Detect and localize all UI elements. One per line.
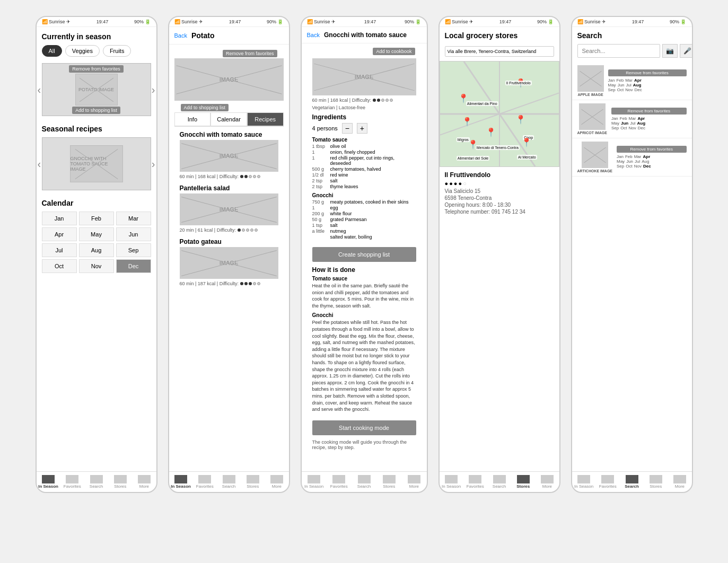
nav-more-3[interactable]: More bbox=[401, 474, 426, 490]
pin-alimentari-sole[interactable]: 📍 bbox=[468, 139, 478, 149]
nav-favorites-5[interactable]: Favorites bbox=[596, 474, 620, 490]
tab-recipes[interactable]: Recipes bbox=[247, 112, 284, 126]
gnocchi-ing-title: Gnocchi bbox=[312, 192, 416, 198]
add-shopping-btn-1[interactable]: Add to shopping list bbox=[72, 107, 120, 114]
time-5: 19:47 bbox=[632, 19, 644, 24]
increase-persons-btn[interactable]: + bbox=[357, 123, 367, 134]
artichoke-remove-btn[interactable]: Remove from favorites bbox=[617, 146, 687, 153]
search-icon-2 bbox=[223, 475, 235, 483]
start-cooking-btn[interactable]: Start cooking mode bbox=[312, 420, 416, 435]
pin-migros[interactable]: 📍 bbox=[462, 117, 472, 127]
nav-search-5[interactable]: Search bbox=[620, 474, 644, 490]
season-title: Currently in season bbox=[42, 32, 151, 41]
location-input[interactable] bbox=[445, 46, 554, 57]
back-header-3: Back Gnocchi with tomato sauce bbox=[302, 27, 427, 43]
nav-stores-2[interactable]: Stores bbox=[241, 474, 265, 490]
month-mar[interactable]: Mar bbox=[116, 212, 151, 225]
carousel-inner: Remove from favorites POTATO IMAGE Add t… bbox=[42, 63, 151, 116]
filter-fruits[interactable]: Fruits bbox=[103, 45, 131, 57]
month-may[interactable]: May bbox=[79, 227, 114, 241]
nav-in-season-4[interactable]: In Season bbox=[440, 474, 463, 490]
apricot-remove-btn[interactable]: Remove from favorites bbox=[611, 108, 687, 115]
artichoke-info: Remove from favorites Jan Feb Mar Apr Ma… bbox=[617, 146, 687, 169]
month-nov[interactable]: Nov bbox=[79, 259, 114, 273]
screen1-content: Currently in season All Veggies Fruits ‹… bbox=[37, 27, 156, 471]
back-button-3[interactable]: Back bbox=[307, 32, 320, 38]
recipe-item-1: Gnocchi with tomato sauce IMAGE 60 min |… bbox=[180, 131, 278, 179]
dot5 bbox=[257, 282, 260, 285]
potato-image-label: POTATO IMAGE bbox=[78, 87, 114, 92]
carousel-left-arrow[interactable]: ‹ bbox=[38, 84, 41, 96]
nav-favorites-4[interactable]: Favorites bbox=[463, 474, 487, 490]
remove-favorites-btn-2[interactable]: Remove from favorites bbox=[223, 50, 277, 57]
dot4 bbox=[253, 175, 256, 178]
recipe3-meta: 60 min | 187 kcal | Difficulty: bbox=[180, 281, 278, 286]
month-jun[interactable]: Jun bbox=[116, 227, 151, 241]
nav-stores-1[interactable]: Stores bbox=[108, 474, 132, 490]
nav-search-4[interactable]: Search bbox=[487, 474, 511, 490]
remove-favorites-btn-1[interactable]: Remove from favorites bbox=[69, 65, 124, 73]
add-shopping-btn-2[interactable]: Add to shopping list bbox=[181, 104, 229, 111]
bottom-nav-1: In Season Favorites Search Stores More bbox=[37, 471, 156, 492]
month-aug[interactable]: Aug bbox=[79, 243, 114, 257]
nav-in-season-2[interactable]: In Season bbox=[169, 474, 193, 490]
filter-veggies[interactable]: Veggies bbox=[65, 45, 100, 57]
nav-stores-4[interactable]: Stores bbox=[511, 474, 535, 490]
recipes-carousel-left[interactable]: ‹ bbox=[38, 158, 41, 170]
nav-search-1[interactable]: Search bbox=[84, 474, 108, 490]
month-apr[interactable]: Apr bbox=[42, 227, 77, 241]
d5 bbox=[390, 99, 393, 102]
nav-search-2[interactable]: Search bbox=[217, 474, 241, 490]
back-header-2: Back Potato bbox=[169, 27, 289, 45]
month-jan[interactable]: Jan bbox=[42, 212, 77, 225]
signal-2: 📶 Sunrise ✈ bbox=[174, 19, 204, 24]
recipe-item-2: Pantelleria salad IMAGE 20 min | 61 kcal… bbox=[180, 184, 278, 233]
nav-in-season-5[interactable]: In Season bbox=[572, 474, 596, 490]
back-button-2[interactable]: Back bbox=[174, 32, 187, 39]
carousel-right-arrow[interactable]: › bbox=[152, 84, 155, 96]
nav-more-2[interactable]: More bbox=[265, 474, 288, 490]
screen4-frame: 📶 Sunrise ✈ 19:47 90% 🔋 Local grocery st… bbox=[438, 16, 560, 493]
add-cookbook-btn[interactable]: Add to cookbook bbox=[373, 48, 415, 55]
bottom-nav-3: In Season Favorites Search Stores More bbox=[302, 471, 427, 492]
recipe3-dots bbox=[240, 282, 260, 285]
nav-in-season-1[interactable]: In Season bbox=[37, 474, 60, 490]
create-list-btn[interactable]: Create shopping list bbox=[312, 247, 416, 262]
ing-row-4: 500 gcherry tomatoes, halved bbox=[312, 166, 416, 172]
nav-more-4[interactable]: More bbox=[535, 474, 559, 490]
calendar-title: Calendar bbox=[42, 199, 151, 207]
more-icon-2 bbox=[270, 475, 283, 483]
month-sep[interactable]: Sep bbox=[116, 243, 151, 257]
pin-al-mercato[interactable]: 📍 bbox=[521, 137, 532, 147]
apple-remove-btn[interactable]: Remove from favorites bbox=[608, 69, 687, 76]
favorites-icon-5 bbox=[601, 475, 614, 483]
filter-all[interactable]: All bbox=[42, 45, 62, 57]
search-field[interactable] bbox=[577, 44, 660, 58]
nav-favorites-2[interactable]: Favorites bbox=[193, 474, 217, 490]
pin-mercato[interactable]: 📍 bbox=[486, 127, 496, 137]
month-feb[interactable]: Feb bbox=[79, 212, 114, 225]
nav-in-season-3[interactable]: In Season bbox=[302, 474, 327, 490]
nav-stores-3[interactable]: Stores bbox=[376, 474, 401, 490]
nav-stores-5[interactable]: Stores bbox=[644, 474, 668, 490]
ing-row-2: 1onion, finely chopped bbox=[312, 149, 416, 155]
camera-icon-btn[interactable]: 📷 bbox=[662, 44, 678, 58]
apple-months3: Sep Oct Nov Dec bbox=[608, 87, 687, 92]
nav-more-5[interactable]: More bbox=[668, 474, 691, 490]
tab-info[interactable]: Info bbox=[174, 112, 211, 126]
nav-favorites-3[interactable]: Favorites bbox=[327, 474, 352, 490]
nav-favorites-1[interactable]: Favorites bbox=[60, 474, 84, 490]
pin-coop[interactable]: 📍 bbox=[515, 115, 526, 125]
nav-more-1[interactable]: More bbox=[132, 474, 156, 490]
month-oct[interactable]: Oct bbox=[42, 259, 77, 273]
mic-icon-btn[interactable]: 🎤 bbox=[680, 44, 692, 58]
tab-calendar[interactable]: Calendar bbox=[210, 112, 247, 126]
decrease-persons-btn[interactable]: − bbox=[342, 123, 353, 134]
map-area[interactable]: 📍 Alimentari da Pino 📍 Il Fruttivendolo … bbox=[440, 61, 559, 167]
nav-search-3[interactable]: Search bbox=[352, 474, 376, 490]
month-jul[interactable]: Jul bbox=[42, 243, 77, 257]
month-dec[interactable]: Dec bbox=[116, 259, 151, 273]
in-season-icon-3 bbox=[308, 475, 320, 483]
recipes-carousel-right[interactable]: › bbox=[152, 158, 155, 170]
ing-g7: salted water, boiling bbox=[312, 234, 416, 240]
